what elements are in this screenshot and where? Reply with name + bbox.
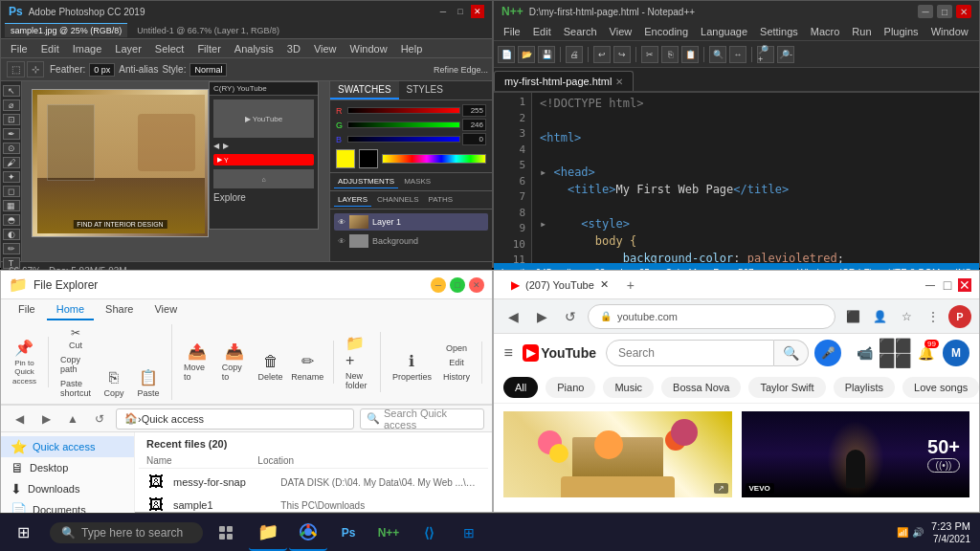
- ps-tab-swatches[interactable]: SWATCHES: [330, 81, 399, 99]
- ps-refine-edge-btn[interactable]: Refine Edge...: [434, 65, 488, 75]
- ps-canvas[interactable]: FIND AT INTERIOR DESIGN C(RY) YouTube ▶ …: [22, 81, 329, 261]
- ps-menu-filter[interactable]: Filter: [191, 43, 226, 55]
- yt-browser-refresh-btn[interactable]: ↺: [559, 305, 582, 328]
- ps-tool-erase[interactable]: ◻: [3, 186, 20, 197]
- fe-back-btn[interactable]: ◀: [9, 408, 30, 430]
- ps-active-color[interactable]: [336, 149, 355, 168]
- npp-undo-btn[interactable]: ↩: [593, 46, 611, 63]
- fe-tab-home[interactable]: Home: [47, 299, 94, 320]
- taskbar-search-box[interactable]: 🔍 Type here to search: [50, 522, 203, 543]
- yt-user-avatar[interactable]: M: [943, 340, 969, 366]
- npp-editor[interactable]: 12345 678910 1112131415 161718 <!DOCTYPE…: [494, 93, 979, 263]
- yt-chip-taylor-swift[interactable]: Taylor Swift: [748, 377, 825, 398]
- ps-tool-brush[interactable]: 🖌: [3, 157, 20, 168]
- ps-layer-item-1[interactable]: 👁 Layer 1: [334, 213, 488, 231]
- npp-zoom-out-btn[interactable]: 🔎-: [777, 46, 794, 63]
- yt-apps-btn[interactable]: ⬛⬛⬛⬛: [881, 340, 908, 366]
- taskbar-photoshop-btn[interactable]: Ps: [329, 515, 368, 551]
- yt-urlbar[interactable]: 🔒 youtube.com: [588, 304, 835, 329]
- fe-open-btn[interactable]: Open: [439, 342, 474, 355]
- ps-tab-styles[interactable]: STYLES: [399, 81, 451, 99]
- ps-layer-item-2[interactable]: 👁 Background: [334, 232, 488, 250]
- yt-chip-piano[interactable]: Piano: [546, 377, 595, 398]
- yt-browser-forward-btn[interactable]: ▶: [530, 305, 553, 328]
- yt-bookmark-btn[interactable]: ☆: [895, 305, 918, 328]
- fe-minimize-btn[interactable]: ─: [431, 277, 446, 293]
- yt-chip-all[interactable]: All: [503, 377, 538, 398]
- fe-paste-btn[interactable]: 📋 Paste: [133, 366, 164, 400]
- ps-minimize-btn[interactable]: ─: [436, 5, 450, 18]
- fe-tab-view[interactable]: View: [145, 299, 187, 320]
- ps-menu-edit[interactable]: Edit: [35, 43, 65, 55]
- yt-settings-btn[interactable]: ⋮: [922, 305, 945, 328]
- ps-tab-channels[interactable]: CHANNELS: [373, 193, 423, 207]
- ps-sub-back-btn[interactable]: ◀: [213, 142, 219, 150]
- yt-profile-btn[interactable]: 👤: [868, 305, 891, 328]
- fe-copy-btn[interactable]: ⎘ Copy: [99, 367, 129, 400]
- npp-menu-edit[interactable]: Edit: [527, 26, 557, 37]
- yt-chip-love-songs[interactable]: Love songs: [902, 377, 979, 398]
- fe-search-box[interactable]: 🔍 Search Quick access: [360, 408, 484, 430]
- fe-paste-shortcut-btn[interactable]: Paste shortcut: [56, 377, 95, 400]
- yt-maximize-btn[interactable]: □: [941, 278, 954, 292]
- ps-color-r-bar[interactable]: [347, 107, 460, 114]
- npp-close-btn[interactable]: ✕: [956, 5, 971, 18]
- npp-new-btn[interactable]: 📄: [498, 46, 515, 63]
- ps-menu-image[interactable]: Image: [67, 43, 108, 55]
- npp-redo-btn[interactable]: ↪: [613, 46, 631, 63]
- ps-tab-masks[interactable]: MASKS: [400, 175, 434, 188]
- npp-print-btn[interactable]: 🖨: [566, 46, 583, 63]
- npp-replace-btn[interactable]: ↔: [729, 46, 746, 63]
- ps-color-g-value[interactable]: 246: [462, 119, 486, 131]
- ps-color-r-value[interactable]: 255: [462, 104, 486, 117]
- fe-tab-share[interactable]: Share: [96, 299, 143, 320]
- taskbar-clock[interactable]: 7:23 PM 7/4/2021: [931, 519, 970, 545]
- yt-browser-profile[interactable]: P: [948, 305, 971, 328]
- fe-forward-btn[interactable]: ▶: [35, 408, 56, 430]
- fe-refresh-btn[interactable]: ↺: [89, 408, 110, 430]
- ps-tab-adjustments[interactable]: ADJUSTMENTS: [334, 175, 398, 188]
- yt-chip-music[interactable]: Music: [603, 377, 654, 398]
- ps-color-g-bar[interactable]: [347, 121, 460, 128]
- fe-move-to-btn[interactable]: 📤 Move to: [180, 341, 214, 384]
- npp-open-btn[interactable]: 📂: [518, 46, 535, 63]
- ps-tool-blur[interactable]: ◓: [3, 214, 20, 226]
- taskbar-chrome-btn[interactable]: [289, 515, 327, 551]
- ps-tool-crop[interactable]: ⊡: [3, 114, 20, 125]
- fe-maximize-btn[interactable]: □: [450, 277, 465, 293]
- npp-save-btn[interactable]: 💾: [538, 46, 555, 63]
- start-button[interactable]: ⊞: [0, 514, 46, 552]
- npp-menu-search[interactable]: Search: [558, 26, 603, 37]
- npp-code-content[interactable]: <!DOCTYPE html> <html> ▸ <head> <title>M…: [532, 93, 979, 263]
- fe-copy-to-btn[interactable]: 📥 Copy to: [218, 341, 252, 384]
- ps-close-btn[interactable]: ✕: [471, 5, 484, 18]
- ps-menu-analysis[interactable]: Analysis: [229, 43, 279, 55]
- npp-tab-close-btn[interactable]: ✕: [615, 77, 623, 87]
- yt-menu-btn[interactable]: ≡: [503, 342, 513, 364]
- yt-new-tab-btn[interactable]: +: [620, 275, 641, 296]
- fe-sidebar-desktop[interactable]: 🖥 Desktop: [1, 457, 134, 478]
- taskbar-vscode-btn[interactable]: ⟨⟩: [410, 515, 448, 551]
- ps-tool-gradient[interactable]: ▦: [3, 200, 20, 211]
- npp-copy-btn[interactable]: ⎘: [661, 46, 679, 63]
- ps-menu-layer[interactable]: Layer: [109, 43, 147, 55]
- ps-tool-dodge[interactable]: ◐: [3, 229, 20, 240]
- ps-style-value[interactable]: Normal: [189, 63, 227, 77]
- npp-maximize-btn[interactable]: □: [937, 5, 952, 18]
- fe-copy-path-btn[interactable]: Copy path: [56, 353, 95, 376]
- ps-tool-select[interactable]: ↖: [3, 85, 20, 97]
- ps-tool-lasso[interactable]: ⌀: [3, 99, 20, 111]
- ps-maximize-btn[interactable]: □: [454, 5, 467, 18]
- ps-hue-bar[interactable]: [382, 154, 486, 164]
- yt-close-btn[interactable]: ✕: [958, 278, 971, 292]
- ps-tab-2[interactable]: Untitled-1 @ 66.7% (Layer 1, RGB/8): [131, 24, 285, 37]
- ps-sub-explore-btn[interactable]: Explore: [213, 192, 246, 203]
- fe-properties-btn[interactable]: ℹ Properties: [389, 350, 435, 384]
- ps-menu-view[interactable]: View: [308, 43, 343, 55]
- fe-rename-btn[interactable]: ✏ Rename: [290, 350, 325, 384]
- ps-feather-value[interactable]: 0 px: [89, 63, 115, 77]
- fe-up-btn[interactable]: ▲: [62, 408, 83, 430]
- fe-delete-btn[interactable]: 🗑 Delete: [256, 351, 286, 384]
- yt-active-tab[interactable]: ▶ (207) YouTube ✕: [501, 275, 618, 296]
- ps-tool-icon-1[interactable]: ⬚: [7, 61, 25, 77]
